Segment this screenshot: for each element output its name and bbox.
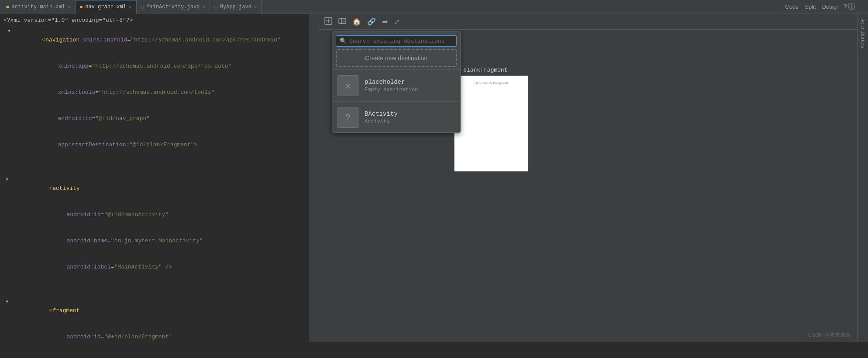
xml-icon: ■ xyxy=(80,4,83,10)
dest-thumbnail-bactivity: ? xyxy=(338,107,358,128)
code-line: ▼ <navigation xmlns:android="http://sche… xyxy=(0,27,318,53)
code-text: android:name="cn.jn.mytest.MainActivity" xyxy=(13,228,203,254)
tab-main-activity[interactable]: ◯ MainActivity.java ✕ xyxy=(137,0,210,14)
code-line: xmlns:app="http://schemas.android.com/ap… xyxy=(0,53,318,79)
tab-bar: ■ activity_main.xml ✕ ■ nav_graph.xml ✕ … xyxy=(0,0,868,14)
code-line: android:label="MainActivity" /> xyxy=(0,254,318,280)
fragment-node[interactable]: 🏠 blankFragment Hello Blank Fragment xyxy=(454,66,528,172)
create-new-label: Create new destination xyxy=(365,55,427,62)
preview-text: Hello Blank Fragment xyxy=(475,81,508,85)
dest-info-bactivity: BActivity Activity xyxy=(365,110,455,125)
tab-label: nav_graph.xml xyxy=(85,4,126,10)
search-input[interactable] xyxy=(349,38,453,45)
tab-close-btn[interactable]: ✕ xyxy=(254,4,257,10)
split-view-btn[interactable]: Split xyxy=(802,3,818,11)
watermark: CSDN @来来走走 xyxy=(808,331,851,339)
code-text: xmlns:tools="http://schemas.android.com/… xyxy=(13,79,214,106)
question-mark-icon: ? xyxy=(346,113,351,122)
tab-activity-main[interactable]: ■ activity_main.xml ✕ xyxy=(2,0,76,14)
tab-myapp[interactable]: ◯ MyApp.java ✕ xyxy=(210,0,262,14)
collapse-icon[interactable]: ▼ xyxy=(3,176,10,184)
search-box[interactable]: 🔍 xyxy=(336,35,457,47)
xml-icon: ■ xyxy=(6,4,9,10)
code-text: android:label="MainActivity" /> xyxy=(13,254,172,280)
design-pane: 🏠 🔗 ➡ ⤢ 🏠 blankFragment Hello Blank Frag… xyxy=(319,14,868,342)
vertical-tab-panel xyxy=(309,14,318,342)
code-line: android:id="@+id/blankFragment" xyxy=(0,324,318,342)
dest-type: Activity xyxy=(365,119,455,125)
destination-dropdown: 🔍 Create new destination ✕ placeholder E… xyxy=(332,31,461,133)
create-new-destination-btn[interactable]: Create new destination xyxy=(336,49,457,67)
dest-thumbnail-placeholder: ✕ xyxy=(338,75,358,96)
tab-nav-graph[interactable]: ■ nav_graph.xml ✕ xyxy=(76,0,137,14)
view-mode-toolbar: Code Split Design ? ⓘ xyxy=(782,2,855,11)
xml-declaration: <?xml version="1.0" encoding="utf-8"?> xyxy=(3,17,133,24)
tab-label: MainActivity.java xyxy=(146,4,200,10)
code-line xyxy=(0,158,318,167)
destination-item-placeholder[interactable]: ✕ placeholder Empty destination xyxy=(332,71,460,100)
fragment-label: 🏠 blankFragment xyxy=(454,66,528,74)
tab-label: MyApp.java xyxy=(220,4,251,10)
search-icon: 🔍 xyxy=(340,38,347,45)
tab-label: activity_main.xml xyxy=(12,4,65,10)
code-toolbar: <?xml version="1.0" encoding="utf-8"?> ✓ xyxy=(0,14,318,27)
code-line: android:id="@+id/nav_graph" xyxy=(0,106,318,132)
code-view-btn[interactable]: Code xyxy=(782,3,801,11)
divider xyxy=(332,101,460,102)
gutter: ▼ xyxy=(3,298,13,306)
placeholder-x-icon: ✕ xyxy=(345,79,351,92)
code-line: android:name="cn.jn.mytest.MainActivity" xyxy=(0,228,318,254)
divider xyxy=(332,69,460,70)
right-panel: Attributes xyxy=(857,14,868,342)
fragment-name: blankFragment xyxy=(463,67,507,73)
code-text: android:id="@+id/mainActivity" xyxy=(13,202,169,228)
code-line: ▼ <fragment xyxy=(0,298,318,324)
dest-info-placeholder: placeholder Empty destination xyxy=(365,79,455,93)
dest-name: placeholder xyxy=(365,79,455,86)
code-text: <activity xyxy=(13,176,80,202)
code-line xyxy=(0,280,318,289)
code-line xyxy=(0,167,318,176)
question-icon-btn[interactable]: ? xyxy=(843,3,847,11)
collapse-icon[interactable]: ▼ xyxy=(3,298,10,306)
gutter: ▼ xyxy=(3,176,13,184)
java-icon: ◯ xyxy=(214,4,217,10)
code-text: android:id="@+id/nav_graph" xyxy=(13,106,150,132)
tab-close-btn[interactable]: ✕ xyxy=(129,4,132,10)
fragment-preview: Hello Blank Fragment xyxy=(454,76,528,172)
gutter: ▼ xyxy=(3,27,13,36)
design-view-btn[interactable]: Design xyxy=(820,3,842,11)
dest-type: Empty destination xyxy=(365,87,455,93)
code-editor: <?xml version="1.0" encoding="utf-8"?> ✓… xyxy=(0,14,319,342)
code-line xyxy=(0,289,318,298)
code-line: android:id="@+id/mainActivity" xyxy=(0,202,318,228)
code-line: ▼ <activity xyxy=(0,176,318,202)
destination-item-bactivity[interactable]: ? BActivity Activity xyxy=(332,103,460,132)
tab-close-btn[interactable]: ✕ xyxy=(68,4,71,10)
main-content: <?xml version="1.0" encoding="utf-8"?> ✓… xyxy=(0,14,868,342)
code-text: xmlns:app="http://schemas.android.com/ap… xyxy=(13,53,231,79)
collapse-arrow[interactable]: ▼ xyxy=(8,27,10,36)
help-icon-btn[interactable]: ⓘ xyxy=(848,2,855,11)
dest-name: BActivity xyxy=(365,110,455,117)
code-text: <navigation xmlns:android="http://schema… xyxy=(13,27,281,53)
code-text: app:startDestination="@id/blankFragment"… xyxy=(13,132,197,158)
code-text: <fragment xyxy=(13,298,80,324)
code-text: android:id="@+id/blankFragment" xyxy=(13,324,172,342)
tab-close-btn[interactable]: ✕ xyxy=(203,4,206,10)
java-icon: ◯ xyxy=(141,4,144,10)
code-line: xmlns:tools="http://schemas.android.com/… xyxy=(0,79,318,106)
code-line: app:startDestination="@id/blankFragment"… xyxy=(0,132,318,158)
attributes-label[interactable]: Attributes xyxy=(858,17,867,50)
